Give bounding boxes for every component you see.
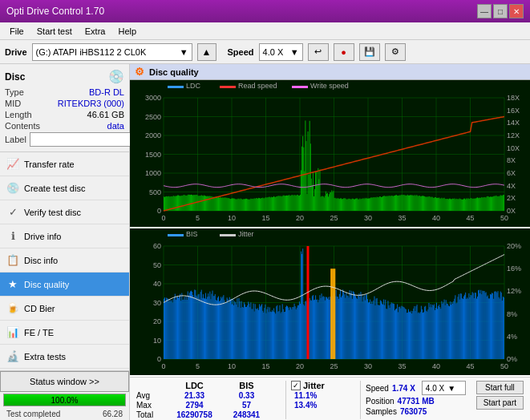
disc-icon: 💿: [108, 69, 124, 84]
main-layout: Disc 💿 Type BD-R DL MID RITEKDR3 (000) L…: [0, 64, 530, 420]
bis-max: 57: [220, 401, 273, 410]
sidebar-item-extra-tests[interactable]: 🔬 Extra tests: [0, 345, 129, 369]
speed-selector[interactable]: 4.0 X ▼: [259, 43, 303, 61]
titlebar: Opti Drive Control 1.70 — □ ✕: [0, 0, 530, 22]
disc-label-input[interactable]: [30, 132, 136, 147]
drive-label: Drive: [5, 47, 27, 57]
jitter-checkbox[interactable]: ✓: [291, 381, 301, 390]
drivebar: Drive (G:) ATAPI iHBS112 2 CL0K ▼ ▲ Spee…: [0, 40, 530, 64]
verify-test-disc-label: Verify test disc: [24, 208, 81, 217]
eject-button[interactable]: ▲: [197, 43, 216, 61]
drive-info-label: Drive info: [24, 232, 61, 241]
verify-test-disc-icon: ✓: [6, 206, 19, 218]
menu-help[interactable]: Help: [111, 25, 143, 38]
start-part-button[interactable]: Start part: [476, 396, 524, 410]
fe-te-icon: 📊: [6, 326, 19, 338]
transfer-rate-label: Transfer rate: [24, 160, 75, 169]
window-controls: — □ ✕: [477, 4, 524, 18]
position-label: Position: [366, 397, 394, 406]
disc-panel-title: Disc: [5, 71, 25, 83]
extra-tests-label: Extra tests: [24, 352, 66, 361]
menu-extra[interactable]: Extra: [79, 25, 112, 38]
sidebar-item-transfer-rate[interactable]: 📈 Transfer rate: [0, 152, 129, 176]
minimize-button[interactable]: —: [477, 4, 492, 18]
jitter-avg: 11.1%: [291, 391, 355, 400]
disc-quality-icon: ★: [6, 278, 19, 290]
menu-start-test[interactable]: Start test: [30, 25, 79, 38]
cd-bier-label: CD Bier: [24, 304, 55, 313]
bottom-chart-canvas: [130, 228, 530, 375]
refresh-button[interactable]: ↩: [308, 43, 329, 61]
bottom-chart-wrapper: [130, 228, 530, 377]
nav-items: 📈 Transfer rate 💿 Create test disc ✓ Ver…: [0, 152, 129, 370]
extra-tests-icon: 🔬: [6, 350, 19, 362]
app-title: Opti Drive Control 1.70: [6, 6, 104, 17]
disc-quality-label: Disc quality: [24, 280, 69, 289]
menu-file[interactable]: File: [3, 25, 30, 38]
samples-label: Samples: [366, 407, 397, 416]
fe-te-label: FE / TE: [24, 328, 54, 337]
status-window-button[interactable]: Status window >>: [0, 371, 129, 392]
settings-button[interactable]: ⚙: [385, 43, 406, 61]
samples-val: 763075: [400, 407, 427, 416]
stats-area: LDC BIS Avg 21.33 0.33 Max 2794 57 Total…: [130, 377, 530, 420]
sidebar-item-drive-info[interactable]: ℹ Drive info: [0, 224, 129, 248]
length-label: Length: [5, 110, 32, 119]
top-chart-canvas: [130, 80, 530, 227]
close-button[interactable]: ✕: [509, 4, 524, 18]
sidebar-item-disc-quality[interactable]: ★ Disc quality: [0, 273, 129, 297]
disc-info-label: Disc info: [24, 256, 58, 265]
content-area: ⚙ Disc quality LDC BIS: [130, 64, 530, 420]
mid-value: RITEKDR3 (000): [58, 99, 124, 108]
speed-stat-label: Speed: [366, 384, 389, 393]
speed-label: Speed: [228, 47, 254, 57]
maximize-button[interactable]: □: [493, 4, 508, 18]
drive-selector[interactable]: (G:) ATAPI iHBS112 2 CL0K ▼: [32, 43, 192, 61]
stats-divider-1: [285, 381, 286, 419]
bis-header: BIS: [220, 381, 273, 390]
drive-name: (G:) ATAPI iHBS112 2 CL0K: [36, 47, 147, 57]
bis-total: 248341: [220, 410, 273, 419]
start-full-button[interactable]: Start full: [476, 381, 524, 394]
sidebar-item-disc-info[interactable]: 📋 Disc info: [0, 248, 129, 273]
max-label: Max: [136, 401, 168, 410]
sidebar: Disc 💿 Type BD-R DL MID RITEKDR3 (000) L…: [0, 64, 130, 420]
speed-select-value: 4.0 X: [426, 384, 444, 393]
jitter-max: 13.4%: [291, 401, 355, 410]
type-label: Type: [5, 87, 24, 97]
sidebar-item-fe-te[interactable]: 📊 FE / TE: [0, 321, 129, 345]
position-val: 47731 MB: [398, 397, 435, 406]
total-label: Total: [136, 410, 168, 419]
contents-label: Contents: [5, 121, 40, 131]
ldc-header: LDC: [168, 381, 220, 390]
status-text: Test completed: [3, 409, 63, 419]
progress-text: 100.0%: [4, 394, 125, 407]
avg-label: Avg: [136, 391, 168, 400]
speed-dropdown-arrow: ▼: [290, 47, 299, 57]
chart-header-title: Disc quality: [149, 67, 199, 77]
sidebar-item-create-test-disc[interactable]: 💿 Create test disc: [0, 176, 129, 200]
chart-header-icon: ⚙: [135, 66, 144, 78]
top-chart-wrapper: [130, 80, 530, 228]
charts-container: [130, 80, 530, 377]
drive-info-icon: ℹ: [6, 230, 19, 242]
status-area: Status window >> 100.0% Test completed 6…: [0, 370, 129, 420]
sidebar-item-verify-test-disc[interactable]: ✓ Verify test disc: [0, 200, 129, 224]
cd-bier-icon: 🍺: [6, 302, 19, 314]
record-button[interactable]: ●: [334, 43, 354, 61]
menubar: File Start test Extra Help: [0, 22, 530, 40]
sidebar-item-cd-bier[interactable]: 🍺 CD Bier: [0, 297, 129, 321]
disc-label-label: Label: [5, 135, 26, 144]
jitter-label: Jitter: [303, 381, 325, 390]
transfer-rate-icon: 📈: [6, 158, 19, 170]
bis-avg: 0.33: [220, 391, 273, 400]
action-buttons: Start full Start part: [476, 381, 524, 419]
speed-select-stat[interactable]: 4.0 X ▼: [422, 381, 466, 395]
ldc-avg: 21.33: [168, 391, 220, 400]
save-button[interactable]: 💾: [359, 43, 380, 61]
mid-label: MID: [5, 99, 21, 108]
status-speed: 66.28: [99, 409, 126, 419]
disc-info-icon: 📋: [6, 254, 19, 266]
create-test-disc-label: Create test disc: [24, 184, 85, 193]
speed-select-arrow: ▼: [447, 384, 455, 393]
